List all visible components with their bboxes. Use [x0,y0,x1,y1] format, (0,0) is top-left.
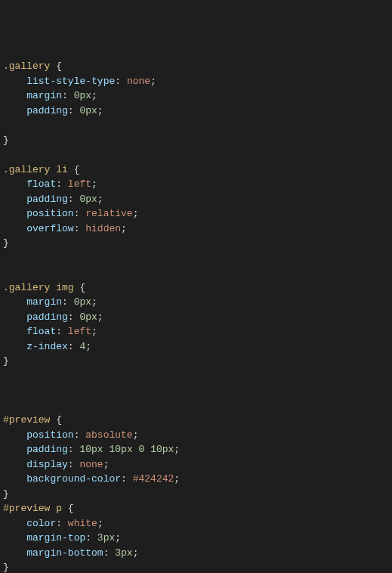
css-code-block[interactable]: .gallery { list-style-type: none; margin… [0,59,392,573]
